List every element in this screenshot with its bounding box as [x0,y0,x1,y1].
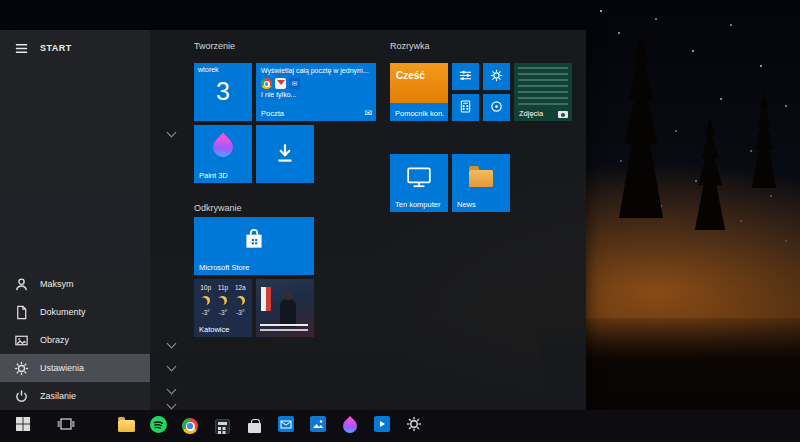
tile-small-dial[interactable] [483,94,510,121]
camera-icon [558,111,568,118]
tile-label: Poczta [261,109,373,118]
chevron-down-icon[interactable] [167,128,177,138]
rail-item-user[interactable]: Maksym [0,270,150,298]
spotify-icon [150,416,167,437]
tips-notification: Cześć [390,63,448,103]
taskbar-mail[interactable] [270,410,302,442]
forecast-temp: -3° [232,309,249,316]
stars [600,10,602,12]
forecast-hour: 10p [197,284,214,291]
calendar-day-number: 3 [216,77,230,106]
weather-forecast: 10p -3° 11p -3° 12a -3° [194,279,252,316]
forecast-column: 10p -3° [197,284,214,316]
task-view-icon [57,417,75,435]
tile-download-pending[interactable] [256,125,314,183]
tile-tips[interactable]: Cześć Pomocnik kon... [390,63,448,121]
mail-subline: I nie tylko... [256,89,376,98]
tile-news-story[interactable] [256,279,314,337]
tile-small-calculator[interactable] [452,94,479,121]
flag-graphic [261,287,271,311]
moon-icon [218,296,227,305]
tile-mail[interactable]: Wyświetlaj całą pocztę w jednym... I nie… [256,63,376,121]
chevron-down-icon[interactable] [167,362,177,372]
folder-icon [469,170,493,187]
chevron-down-icon[interactable] [167,339,177,349]
chevron-down-icon[interactable] [167,400,177,410]
forecast-column: 12a -3° [232,284,249,316]
tile-photos[interactable]: Zdjęcia [514,63,572,121]
tile-news-app[interactable]: News [452,154,510,212]
tree-silhouette [612,34,670,218]
start-label: START [40,43,72,53]
taskbar-chrome[interactable] [174,410,206,442]
store-icon [248,423,261,433]
tile-label: Pomocnik kon... [395,109,445,118]
tile-label: Microsoft Store [199,263,311,272]
chrome-icon [261,78,272,89]
photo-preview [518,67,568,107]
desktop: START Maksym [0,0,800,442]
hamburger-icon [13,40,29,56]
forecast-temp: -3° [197,309,214,316]
taskbar-file-explorer[interactable] [110,410,142,442]
moon-icon [236,296,245,305]
rail-item-label: Obrazy [40,335,69,345]
gear-icon [13,360,29,376]
pinned-apps [110,410,430,442]
file-explorer-icon [118,420,135,432]
taskbar-settings[interactable] [398,410,430,442]
taskbar-calculator[interactable] [206,410,238,442]
rail-item-settings[interactable]: Ustawienia [0,354,150,382]
tile-weather[interactable]: 10p -3° 11p -3° 12a -3° Katowice [194,279,252,337]
rail-item-label: Ustawienia [40,363,84,373]
image-icon [13,332,29,348]
tile-label: Ten komputer [395,200,445,209]
paint3d-icon [340,416,360,436]
taskbar [0,410,800,442]
settings-icon [406,416,422,436]
envelope-icon: ✉ [364,108,372,118]
tile-label: Katowice [199,325,249,334]
shopping-bag-icon [241,226,267,256]
forecast-hour: 11p [214,284,231,291]
mail-account-icons [256,75,376,89]
mail-headline: Wyświetlaj całą pocztę w jednym... [256,63,376,75]
rail-item-documents[interactable]: Dokumenty [0,298,150,326]
download-arrow-icon [272,140,298,170]
taskbar-photos[interactable] [302,410,334,442]
start-button[interactable] [0,410,46,442]
chevron-down-icon[interactable] [167,385,177,395]
tile-small-gear[interactable] [483,63,510,90]
user-icon [13,276,29,292]
tile-calendar[interactable]: wtorek 3 [194,63,252,121]
calculator-icon [459,99,472,117]
rail-item-power[interactable]: Zasilanie [0,382,150,410]
tips-greeting: Cześć [396,70,425,81]
mail-icon [278,416,294,436]
tile-microsoft-store[interactable]: Microsoft Store [194,217,314,275]
group-title-rozrywka: Rozrywka [390,41,430,51]
taskbar-paint3d[interactable] [334,410,366,442]
forecast-temp: -3° [214,309,231,316]
calendar-day-name: wtorek [198,66,219,73]
movies-tv-icon [374,416,390,436]
windows-start-icon [15,416,31,436]
rail-item-pictures[interactable]: Obrazy [0,326,150,354]
headline-text-lines [260,324,308,333]
document-icon [13,304,29,320]
group-title-tworzenie: Tworzenie [194,41,235,51]
forecast-hour: 12a [232,284,249,291]
rail-item-label: Dokumenty [40,307,86,317]
monitor-icon [406,166,432,192]
taskbar-spotify[interactable] [142,410,174,442]
menu-expand-button[interactable]: START [0,34,150,62]
tile-small-equalizer[interactable] [452,63,479,90]
tile-this-pc[interactable]: Ten komputer [390,154,448,212]
taskbar-movies-tv[interactable] [366,410,398,442]
photos-icon [310,416,326,436]
tile-paint3d[interactable]: Paint 3D [194,125,252,183]
sliders-icon [459,68,472,86]
taskbar-store[interactable] [238,410,270,442]
rail-item-label: Zasilanie [40,391,76,401]
task-view-button[interactable] [46,410,86,442]
